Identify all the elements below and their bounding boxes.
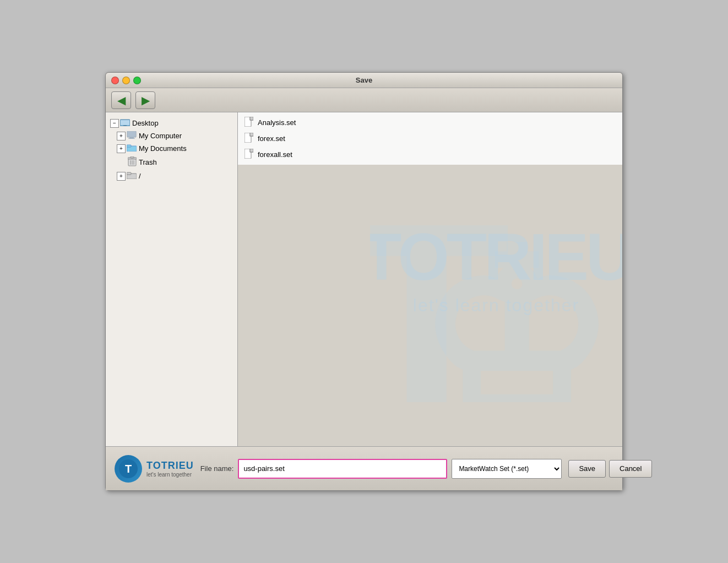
file-name-forex: forex.set <box>258 134 285 143</box>
filetype-select[interactable]: MarketWatch Set (*.set) <box>452 459 562 479</box>
title-bar: Save <box>106 73 622 88</box>
save-button[interactable]: Save <box>568 460 606 478</box>
back-button[interactable]: ◀ <box>111 91 131 109</box>
filename-label: File name: <box>200 464 234 473</box>
file-icon-forexall <box>245 149 258 160</box>
svg-rect-20 <box>250 133 253 136</box>
action-buttons: Save Cancel <box>568 460 652 478</box>
watermark-bg-g: ♔ <box>414 226 611 402</box>
svg-rect-22 <box>250 149 253 152</box>
forward-arrow-icon: ▶ <box>142 94 150 107</box>
tree-item-desktop[interactable]: − Desktop <box>106 117 237 129</box>
close-button[interactable] <box>111 77 119 84</box>
tree-label-root: / <box>139 172 141 180</box>
file-icon-analysis <box>245 117 258 128</box>
bottom-bar: T TOTRIEU let's learn together File name… <box>106 446 622 490</box>
logo-area: T TOTRIEU let's learn together <box>115 455 194 483</box>
save-dialog: Save ◀ ▶ − Deskto <box>105 72 623 491</box>
watermark-logo-text: TOTRIEU <box>370 224 622 290</box>
tree-label-mycomputer: My Computer <box>139 132 182 140</box>
file-icon-forex <box>245 133 258 144</box>
file-item-forexall[interactable]: forexall.set <box>238 147 622 163</box>
logo-icon: T <box>115 455 142 483</box>
svg-rect-1 <box>121 120 129 125</box>
tree-toggle-root[interactable]: + <box>117 172 126 181</box>
logo-text: TOTRIEU let's learn together <box>146 460 194 478</box>
tree-label-mydocuments: My Documents <box>139 144 187 153</box>
tree-toggle-mydocuments[interactable]: + <box>117 144 126 153</box>
folder-icon-root <box>127 171 137 181</box>
logo-main-text: TOTRIEU <box>146 460 194 472</box>
tree-toggle-mycomputer[interactable]: + <box>117 132 126 140</box>
cancel-button[interactable]: Cancel <box>609 460 652 478</box>
svg-rect-18 <box>250 117 253 120</box>
trash-icon <box>128 156 137 168</box>
svg-rect-2 <box>123 125 127 126</box>
tree-toggle-desktop[interactable]: − <box>110 119 119 128</box>
window-title: Save <box>356 76 372 84</box>
file-name-analysis: Analysis.set <box>258 118 296 127</box>
file-item-forex[interactable]: forex.set <box>238 131 622 147</box>
file-item-analysis[interactable]: Analysis.set <box>238 115 622 131</box>
svg-rect-16 <box>127 172 131 175</box>
logo-sub-text: let's learn together <box>146 472 194 478</box>
minimize-button[interactable] <box>122 77 130 84</box>
svg-rect-6 <box>128 138 135 139</box>
file-name-forexall: forexall.set <box>258 150 292 159</box>
svg-text:T: T <box>125 463 132 475</box>
back-arrow-icon: ◀ <box>117 94 126 107</box>
watermark-bg-t: T <box>370 182 510 402</box>
svg-rect-4 <box>128 132 135 137</box>
svg-rect-5 <box>129 137 134 138</box>
desktop-icon <box>120 118 130 128</box>
tree-item-mydocuments[interactable]: + My Documents <box>106 142 237 155</box>
filename-section: File name: MarketWatch Set (*.set) <box>200 459 562 479</box>
watermark: T ♔ TOTRIEU let's learn together <box>370 137 622 402</box>
forward-button[interactable]: ▶ <box>135 91 155 109</box>
window-controls <box>111 77 141 84</box>
filename-input[interactable] <box>238 459 447 479</box>
toolbar: ◀ ▶ <box>106 88 622 112</box>
file-list-container: T ♔ TOTRIEU let's learn together <box>238 112 622 446</box>
tree-item-mycomputer[interactable]: + My Computer <box>106 129 237 142</box>
file-tree: − Desktop + <box>106 112 238 446</box>
file-list: Analysis.set forex.set <box>238 112 622 165</box>
tree-item-trash[interactable]: Trash <box>106 155 237 170</box>
tree-label-desktop: Desktop <box>132 119 159 127</box>
tree-label-trash: Trash <box>139 158 157 166</box>
tree-item-root[interactable]: + / <box>106 170 237 182</box>
maximize-button[interactable] <box>133 77 141 84</box>
folder-icon-docs <box>127 144 137 153</box>
watermark-tagline: let's learn together <box>413 295 579 316</box>
svg-rect-8 <box>127 145 131 147</box>
svg-rect-11 <box>131 156 134 158</box>
content-area: − Desktop + <box>106 112 622 446</box>
computer-icon <box>127 131 137 140</box>
